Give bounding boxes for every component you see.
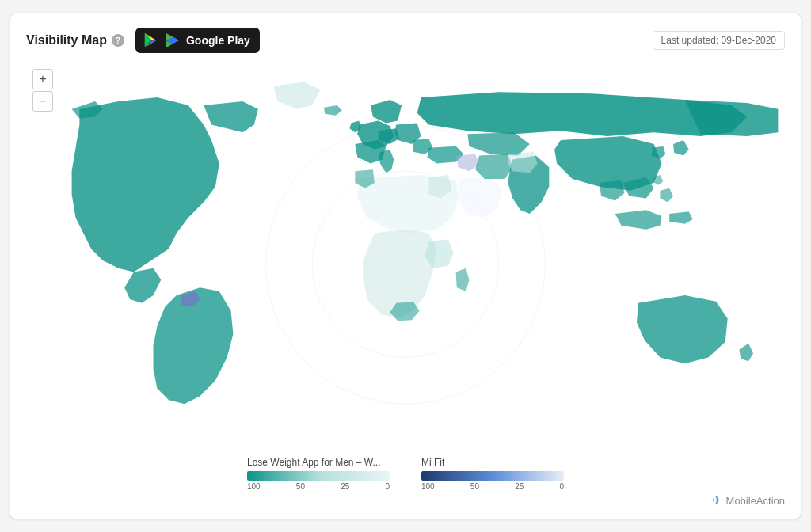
google-play-badge[interactable]: Google Play bbox=[135, 28, 260, 53]
map-container: + − bbox=[26, 63, 785, 450]
legend-container: Lose Weight App for Men – W... 100 50 25… bbox=[26, 457, 785, 494]
legend-label-2: Mi Fit bbox=[421, 457, 444, 468]
legend-ticks-2: 100 50 25 0 bbox=[421, 482, 564, 491]
world-map bbox=[26, 63, 785, 450]
brand-name: MobileAction bbox=[726, 495, 785, 507]
zoom-out-button[interactable]: − bbox=[32, 91, 53, 112]
brand-icon: ✈ bbox=[712, 493, 722, 507]
help-icon[interactable]: ? bbox=[112, 34, 124, 47]
google-play-label: Google Play bbox=[186, 34, 250, 47]
last-updated: Last updated: 09-Dec-2020 bbox=[653, 31, 785, 50]
legend-bar-1 bbox=[247, 471, 390, 481]
legend-item-2: Mi Fit 100 50 25 0 bbox=[421, 457, 564, 491]
legend-ticks-1: 100 50 25 0 bbox=[247, 482, 390, 491]
zoom-in-button[interactable]: + bbox=[32, 69, 53, 89]
brand-footer: ✈ MobileAction bbox=[712, 493, 785, 507]
legend-item-1: Lose Weight App for Men – W... 100 50 25… bbox=[247, 457, 390, 491]
card-title: Visibility Map ? bbox=[26, 33, 124, 48]
google-play-icon bbox=[142, 32, 159, 49]
header-left: Visibility Map ? bbox=[26, 28, 260, 53]
play-icon-svg bbox=[164, 32, 181, 49]
legend-label-1: Lose Weight App for Men – W... bbox=[247, 457, 381, 468]
card-header: Visibility Map ? bbox=[26, 28, 785, 53]
title-text: Visibility Map bbox=[26, 33, 107, 48]
legend-bar-2 bbox=[421, 471, 564, 481]
map-controls: + − bbox=[32, 69, 53, 112]
visibility-map-card: Visibility Map ? bbox=[10, 13, 801, 519]
